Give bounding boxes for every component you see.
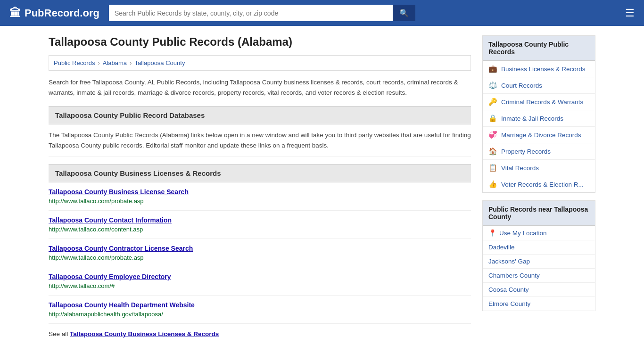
sidebar-item-6[interactable]: 📋Vital Records <box>483 160 595 176</box>
sidebar-icon-5: 🏠 <box>488 147 497 156</box>
search-input[interactable] <box>109 5 393 21</box>
sidebar-item-label: Property Records <box>501 148 551 155</box>
sidebar: Tallapoosa County Public Records 💼Busine… <box>482 35 595 339</box>
see-all-link[interactable]: Tallapoosa County Business Licenses & Re… <box>70 330 219 337</box>
sidebar-icon-1: ⚖️ <box>488 81 497 90</box>
sidebar-item-5[interactable]: 🏠Property Records <box>483 143 595 160</box>
sidebar-public-records-box: Tallapoosa County Public Records 💼Busine… <box>482 35 595 193</box>
nearby-item-2[interactable]: Jacksons' Gap <box>483 255 595 269</box>
sidebar-icon-6: 📋 <box>488 164 497 172</box>
search-form: 🔍 <box>109 5 415 21</box>
sidebar-item-3[interactable]: 🔒Inmate & Jail Records <box>483 110 595 127</box>
databases-section-header: Tallapoosa County Public Record Database… <box>49 106 471 124</box>
record-entry: Tallapoosa County Employee Directory htt… <box>49 267 471 296</box>
record-title[interactable]: Tallapoosa County Contact Information <box>49 216 471 224</box>
sidebar-icon-2: 🔑 <box>488 98 497 106</box>
page-description: Search for free Tallapoosa County, AL Pu… <box>49 77 471 98</box>
business-section-header: Tallapoosa County Business Licenses & Re… <box>49 164 471 182</box>
record-title[interactable]: Tallapoosa County Employee Directory <box>49 273 471 280</box>
location-icon: 📍 <box>488 229 496 237</box>
record-entry: Tallapoosa County Contractor License Sea… <box>49 239 471 267</box>
sidebar-icon-0: 💼 <box>488 65 497 73</box>
record-entry: Tallapoosa County Contact Information ht… <box>49 211 471 239</box>
breadcrumb-sep-2: › <box>130 59 132 66</box>
sidebar-icon-4: 💞 <box>488 131 497 139</box>
sidebar-nearby-box: Public Records near Tallapoosa County 📍U… <box>482 200 595 311</box>
sidebar-item-label: Business Licenses & Records <box>501 66 586 73</box>
record-title[interactable]: Tallapoosa County Health Department Webs… <box>49 301 471 309</box>
nearby-label: Use My Location <box>499 230 547 237</box>
header: 🏛 PubRecord.org 🔍 ☰ <box>0 0 644 26</box>
main-content: Tallapoosa County Public Records (Alabam… <box>49 35 471 339</box>
sidebar-item-1[interactable]: ⚖️Court Records <box>483 77 595 94</box>
sidebar-item-label: Criminal Records & Warrants <box>501 99 583 106</box>
sidebar-icon-7: 👍 <box>488 180 497 189</box>
sidebar-item-label: Vital Records <box>501 165 539 172</box>
page-title: Tallapoosa County Public Records (Alabam… <box>49 35 471 49</box>
databases-description: The Tallapoosa County Public Records (Al… <box>49 124 471 156</box>
record-url[interactable]: http://www.tallaco.com/probate.asp <box>49 197 144 205</box>
breadcrumb-alabama[interactable]: Alabama <box>103 59 127 66</box>
sidebar-item-label: Inmate & Jail Records <box>501 115 563 122</box>
sidebar-item-label: Marriage & Divorce Records <box>501 132 581 139</box>
record-url[interactable]: http://www.tallaco.com/content.asp <box>49 226 143 233</box>
sidebar-nearby-list: 📍Use My LocationDadevilleJacksons' GapCh… <box>483 226 595 311</box>
record-entry: Tallapoosa County Health Department Webs… <box>49 296 471 324</box>
see-all-prefix: See all <box>49 330 70 337</box>
logo-text: PubRecord.org <box>25 7 99 19</box>
nearby-item-5[interactable]: Elmore County <box>483 297 595 311</box>
records-list: Tallapoosa County Business License Searc… <box>49 182 471 324</box>
logo-area[interactable]: 🏛 PubRecord.org <box>9 7 99 20</box>
sidebar-items: 💼Business Licenses & Records⚖️Court Reco… <box>483 61 595 192</box>
search-icon: 🔍 <box>399 9 409 17</box>
see-all-line: See all Tallapoosa County Business Licen… <box>49 324 471 339</box>
page-wrapper: Tallapoosa County Public Records (Alabam… <box>39 26 605 349</box>
use-my-location[interactable]: 📍Use My Location <box>483 226 595 240</box>
nearby-item-4[interactable]: Coosa County <box>483 283 595 297</box>
record-url[interactable]: http://www.tallaco.com/# <box>49 282 115 289</box>
sidebar-item-7[interactable]: 👍Voter Records & Election R... <box>483 176 595 192</box>
hamburger-icon: ☰ <box>625 7 635 19</box>
record-title[interactable]: Tallapoosa County Contractor License Sea… <box>49 245 471 252</box>
nearby-item-1[interactable]: Dadeville <box>483 240 595 255</box>
record-url[interactable]: http://alabamapublichealth.gov/tallapoos… <box>49 311 163 318</box>
breadcrumb: Public Records › Alabama › Tallapoosa Co… <box>49 55 471 71</box>
nearby-item-3[interactable]: Chambers County <box>483 269 595 283</box>
sidebar-item-label: Voter Records & Election R... <box>501 181 584 188</box>
sidebar-nearby-header: Public Records near Tallapoosa County <box>483 201 595 226</box>
sidebar-public-records-header: Tallapoosa County Public Records <box>483 36 595 61</box>
record-title[interactable]: Tallapoosa County Business License Searc… <box>49 188 471 196</box>
record-entry: Tallapoosa County Business License Searc… <box>49 182 471 211</box>
building-icon: 🏛 <box>9 7 21 20</box>
sidebar-item-4[interactable]: 💞Marriage & Divorce Records <box>483 127 595 143</box>
record-url[interactable]: http://www.tallaco.com/probate.asp <box>49 254 144 261</box>
sidebar-item-0[interactable]: 💼Business Licenses & Records <box>483 61 595 77</box>
breadcrumb-tallapoosa[interactable]: Tallapoosa County <box>134 59 185 66</box>
sidebar-icon-3: 🔒 <box>488 114 497 123</box>
sidebar-item-label: Court Records <box>501 82 542 89</box>
menu-button[interactable]: ☰ <box>625 7 635 19</box>
breadcrumb-sep-1: › <box>98 59 99 66</box>
breadcrumb-public-records[interactable]: Public Records <box>54 59 95 66</box>
search-button[interactable]: 🔍 <box>393 5 415 21</box>
sidebar-item-2[interactable]: 🔑Criminal Records & Warrants <box>483 94 595 110</box>
